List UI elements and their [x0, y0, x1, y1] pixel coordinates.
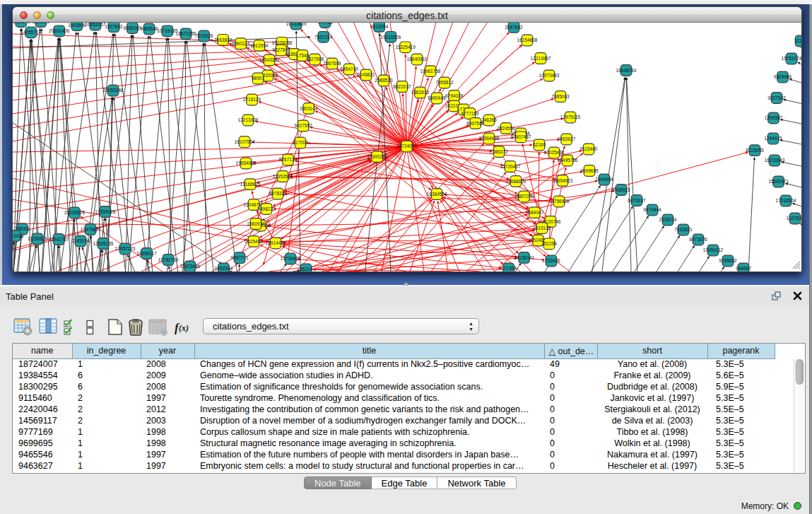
svg-text:16782759: 16782759 — [158, 257, 179, 262]
svg-text:10958117: 10958117 — [136, 251, 157, 256]
svg-text:10688609: 10688609 — [506, 179, 526, 184]
svg-text:20364436: 20364436 — [479, 136, 500, 141]
svg-text:10975887: 10975887 — [81, 227, 101, 232]
svg-text:17016504: 17016504 — [776, 198, 796, 203]
svg-text:12975115: 12975115 — [560, 115, 581, 119]
svg-text:19654985: 19654985 — [236, 160, 257, 165]
svg-text:3824554: 3824554 — [497, 126, 515, 131]
svg-text:15692971: 15692971 — [768, 179, 789, 184]
svg-text:9115460: 9115460 — [580, 146, 598, 151]
svg-text:18807249: 18807249 — [514, 194, 534, 199]
svg-text:16107554: 16107554 — [235, 139, 255, 144]
svg-text:18495756: 18495756 — [558, 158, 578, 163]
svg-text:8813054: 8813054 — [370, 24, 389, 29]
svg-text:10653267: 10653267 — [85, 23, 105, 27]
svg-text:7663822: 7663822 — [214, 37, 233, 42]
svg-text:3911419: 3911419 — [13, 233, 24, 238]
svg-text:10719185: 10719185 — [157, 28, 177, 33]
svg-text:1145194: 1145194 — [72, 238, 90, 243]
svg-text:62160: 62160 — [533, 142, 546, 147]
svg-text:20206578: 20206578 — [64, 210, 85, 215]
svg-text:5498222: 5498222 — [257, 206, 276, 211]
svg-text:9777169: 9777169 — [461, 111, 479, 116]
svg-text:19166825: 19166825 — [240, 182, 261, 187]
svg-text:12213967: 12213967 — [531, 56, 551, 61]
svg-text:252254: 252254 — [541, 241, 557, 246]
svg-text:8912954: 8912954 — [250, 43, 269, 48]
svg-text:16640910: 16640910 — [407, 57, 428, 62]
svg-text:2935114: 2935114 — [659, 217, 677, 222]
svg-text:16210643: 16210643 — [765, 158, 785, 163]
svg-text:16033809: 16033809 — [286, 23, 307, 26]
svg-text:7386372: 7386372 — [490, 149, 508, 154]
svg-text:7515526: 7515526 — [195, 33, 213, 38]
svg-text:10973493: 10973493 — [539, 73, 560, 78]
svg-text:2803144: 2803144 — [300, 106, 318, 111]
svg-text:9245652: 9245652 — [719, 258, 737, 263]
svg-text:944667: 944667 — [736, 266, 751, 271]
svg-text:1388641: 1388641 — [13, 23, 30, 24]
svg-text:2718129: 2718129 — [243, 97, 261, 102]
svg-text:10807487: 10807487 — [511, 134, 531, 139]
svg-text:16543382: 16543382 — [259, 57, 280, 62]
svg-text:17359928: 17359928 — [95, 209, 115, 214]
svg-text:20691406: 20691406 — [49, 28, 69, 33]
svg-text:15716485: 15716485 — [281, 256, 301, 261]
svg-text:8938923: 8938923 — [612, 187, 630, 192]
svg-text:2087682: 2087682 — [505, 25, 523, 30]
svg-text:11353594: 11353594 — [273, 174, 293, 179]
svg-text:1527602: 1527602 — [105, 24, 123, 29]
svg-text:9684047: 9684047 — [526, 210, 544, 215]
svg-text:1839599: 1839599 — [32, 23, 50, 24]
svg-text:17957223: 17957223 — [115, 246, 136, 251]
svg-text:6794028: 6794028 — [445, 93, 464, 98]
svg-text:11923446: 11923446 — [180, 264, 201, 269]
svg-text:18724007: 18724007 — [396, 144, 417, 148]
svg-text:12942757: 12942757 — [49, 237, 69, 242]
svg-text:16154808: 16154808 — [517, 37, 538, 42]
svg-text:8215955: 8215955 — [746, 148, 764, 153]
svg-text:6466160: 6466160 — [124, 25, 142, 30]
svg-text:2967608: 2967608 — [323, 61, 341, 66]
svg-text:1615132: 1615132 — [533, 226, 551, 230]
svg-text:9427552: 9427552 — [294, 123, 312, 128]
svg-text:9227342: 9227342 — [767, 95, 786, 100]
svg-text:746266: 746266 — [481, 117, 497, 122]
svg-text:14136141: 14136141 — [514, 255, 534, 260]
svg-text:19218506: 19218506 — [380, 35, 401, 40]
svg-text:1362615: 1362615 — [411, 90, 430, 95]
svg-text:12505135: 12505135 — [93, 241, 114, 246]
svg-text:7955812: 7955812 — [435, 80, 454, 85]
svg-text:14055714: 14055714 — [20, 30, 41, 35]
svg-text:9463627: 9463627 — [558, 136, 576, 141]
svg-text:19384554: 19384554 — [427, 192, 447, 197]
svg-text:1560934: 1560934 — [247, 221, 265, 226]
svg-text:98901: 98901 — [252, 76, 264, 81]
svg-text:15226058: 15226058 — [272, 40, 293, 45]
svg-text:1209387: 1209387 — [765, 115, 783, 120]
svg-text:1167531: 1167531 — [787, 216, 801, 221]
svg-text:7632621: 7632621 — [674, 227, 693, 232]
svg-text:8267130: 8267130 — [279, 157, 298, 162]
svg-text:8471876: 8471876 — [689, 237, 707, 242]
svg-text:9474444: 9474444 — [643, 207, 661, 212]
svg-text:7485063: 7485063 — [551, 94, 570, 99]
svg-text:96214: 96214 — [300, 267, 312, 271]
svg-text:8990448: 8990448 — [428, 95, 446, 100]
svg-text:171354: 171354 — [501, 266, 517, 271]
svg-text:8878332: 8878332 — [269, 191, 287, 196]
svg-text:11156829: 11156829 — [28, 236, 47, 241]
svg-text:1043506: 1043506 — [68, 23, 86, 28]
svg-text:2588520: 2588520 — [375, 78, 393, 83]
svg-text:(x): (x) — [179, 323, 189, 333]
svg-text:10654112: 10654112 — [703, 247, 724, 252]
svg-text:16648764: 16648764 — [616, 68, 637, 73]
svg-text:9327508: 9327508 — [306, 57, 324, 62]
svg-text:9146821: 9146821 — [357, 72, 375, 77]
svg-text:6479197: 6479197 — [628, 198, 646, 203]
svg-text:977716: 977716 — [317, 23, 333, 25]
svg-text:8960124: 8960124 — [232, 41, 250, 46]
svg-text:12213309: 12213309 — [238, 117, 259, 122]
svg-text:19756928: 19756928 — [549, 199, 570, 204]
svg-text:1640954: 1640954 — [595, 177, 613, 182]
